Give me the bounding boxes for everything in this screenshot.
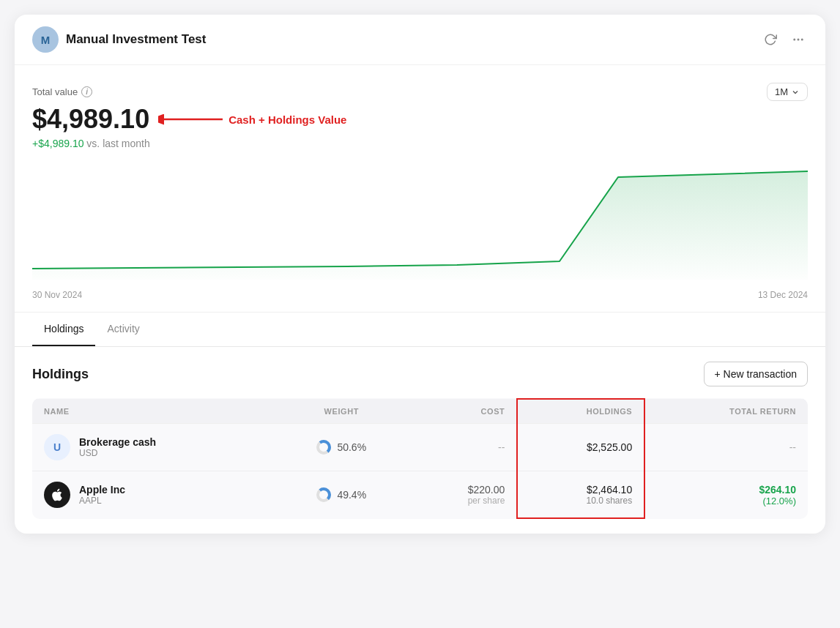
- col-weight: WEIGHT: [276, 399, 407, 424]
- cell-weight-aapl: 49.4%: [276, 471, 407, 519]
- change-suffix: vs. last month: [86, 138, 149, 149]
- chart-section: Total value i 1M $4,989.10: [15, 65, 825, 313]
- header-actions: [761, 30, 808, 49]
- cell-cost-brokerage: --: [407, 424, 517, 471]
- chart-date-end: 13 Dec 2024: [758, 290, 808, 300]
- holdings-table: NAME WEIGHT COST HOLDINGS TOTAL RETURN U: [32, 398, 808, 519]
- change-row: +$4,989.10 vs. last month: [32, 138, 808, 149]
- holdings-title: Holdings: [32, 367, 89, 382]
- annotation-arrow: Cash + Holdings Value: [158, 109, 346, 130]
- donut-icon-aapl: [316, 487, 331, 502]
- cell-weight-brokerage: 50.6%: [276, 424, 407, 471]
- tab-holdings[interactable]: Holdings: [32, 313, 95, 346]
- return-pct-aapl: (12.0%): [657, 496, 796, 506]
- line-chart: [32, 155, 808, 280]
- holdings-shares-aapl: 10.0 shares: [529, 496, 632, 506]
- asset-name-aapl: Apple Inc: [79, 484, 125, 496]
- refresh-button[interactable]: [761, 30, 780, 49]
- return-amount-aapl: $264.10: [657, 484, 796, 496]
- weight-pct-brokerage: 50.6%: [337, 441, 366, 453]
- asset-info-aapl: Apple Inc AAPL: [79, 484, 125, 506]
- asset-name-brokerage: Brokerage cash: [79, 436, 156, 448]
- main-container: M Manual Investment Test Total value i: [15, 15, 825, 534]
- header-left: M Manual Investment Test: [32, 26, 206, 53]
- page-title: Manual Investment Test: [66, 32, 206, 47]
- cost-amount-aapl: $220.00: [419, 484, 505, 496]
- annotation-label: Cash + Holdings Value: [228, 113, 346, 126]
- cell-name-brokerage: U Brokerage cash USD: [32, 424, 276, 471]
- tabs-section: Holdings Activity: [15, 313, 825, 347]
- chart-date-start: 30 Nov 2024: [32, 290, 82, 300]
- table-row: Apple Inc AAPL 49.4%: [32, 471, 808, 519]
- red-arrow-icon: [158, 109, 224, 130]
- avatar: M: [32, 26, 59, 53]
- total-amount-row: $4,989.10 Cash + Holdings Value: [32, 104, 808, 135]
- holdings-section: Holdings + New transaction NAME WEIGHT C…: [15, 347, 825, 534]
- table-row: U Brokerage cash USD: [32, 424, 808, 471]
- col-cost: COST: [407, 399, 517, 424]
- asset-info-brokerage: Brokerage cash USD: [79, 436, 156, 458]
- weight-pct-aapl: 49.4%: [337, 489, 366, 501]
- cell-return-aapl: $264.10 (12.0%): [644, 471, 808, 519]
- refresh-icon: [764, 33, 777, 46]
- cell-holdings-brokerage: $2,525.00: [517, 424, 644, 471]
- header: M Manual Investment Test: [15, 15, 825, 65]
- period-selector[interactable]: 1M: [767, 83, 808, 101]
- asset-ticker-aapl: AAPL: [79, 496, 125, 506]
- holdings-amount-brokerage: $2,525.00: [529, 441, 632, 453]
- more-icon: [792, 33, 805, 46]
- cell-holdings-aapl: $2,464.10 10.0 shares: [517, 471, 644, 519]
- holdings-amount-aapl: $2,464.10: [529, 484, 632, 496]
- info-icon[interactable]: i: [81, 86, 92, 97]
- svg-point-0: [793, 39, 795, 41]
- donut-icon-brokerage: [316, 440, 331, 455]
- total-label: Total value i: [32, 86, 92, 97]
- new-transaction-label: + New transaction: [715, 368, 797, 380]
- svg-point-2: [801, 39, 803, 41]
- chart-area: [32, 155, 808, 287]
- col-total-return: TOTAL RETURN: [644, 399, 808, 424]
- more-button[interactable]: [789, 30, 808, 49]
- cell-return-brokerage: --: [644, 424, 808, 471]
- cell-cost-aapl: $220.00 per share: [407, 471, 517, 519]
- apple-logo-icon: [50, 487, 64, 502]
- asset-icon-usd: U: [44, 434, 70, 460]
- table-header-row: NAME WEIGHT COST HOLDINGS TOTAL RETURN: [32, 399, 808, 424]
- chart-dates: 30 Nov 2024 13 Dec 2024: [32, 290, 808, 300]
- asset-ticker-brokerage: USD: [79, 448, 156, 458]
- cell-name-aapl: Apple Inc AAPL: [32, 471, 276, 519]
- total-amount-value: $4,989.10: [32, 104, 149, 135]
- svg-point-1: [798, 39, 800, 41]
- asset-icon-aapl: [44, 482, 70, 508]
- total-value-row: Total value i 1M: [32, 83, 808, 101]
- cost-per-aapl: per share: [419, 496, 505, 506]
- chevron-down-icon: [791, 88, 800, 97]
- holdings-header: Holdings + New transaction: [32, 362, 808, 386]
- new-transaction-button[interactable]: + New transaction: [704, 362, 808, 386]
- col-name: NAME: [32, 399, 276, 424]
- tab-activity[interactable]: Activity: [95, 313, 151, 346]
- col-holdings: HOLDINGS: [517, 399, 644, 424]
- change-amount: +$4,989.10: [32, 138, 83, 149]
